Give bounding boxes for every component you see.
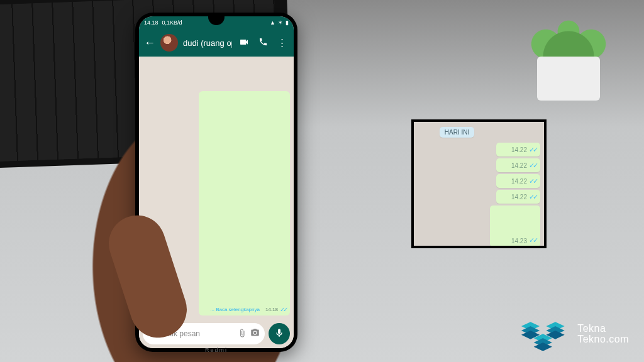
list-item: 14.22 ✓✓ xyxy=(496,174,540,188)
status-time: 14.18 xyxy=(144,19,158,26)
watermark-line1: Tekna xyxy=(577,324,629,334)
read-receipt-icon: ✓✓ xyxy=(529,236,536,244)
read-receipt-icon: ✓✓ xyxy=(529,146,536,154)
back-icon[interactable]: ← xyxy=(144,36,155,50)
inset-panel: HARI INI 14.22 ✓✓ 14.22 ✓✓ 14.22 ✓✓ 14.2… xyxy=(411,119,547,248)
message-bubble-outgoing[interactable]: ... Baca selengkapnya 14.18 ✓✓ xyxy=(199,91,290,315)
more-icon[interactable]: ⋮ xyxy=(275,37,289,48)
message-time: 14.22 xyxy=(511,178,527,185)
watermark-text: Tekna Tekno.com xyxy=(577,324,629,345)
watermark-logo: Tekna Tekno.com xyxy=(517,318,629,351)
watermark-line2: Tekno.com xyxy=(577,334,629,345)
voice-call-icon[interactable] xyxy=(256,37,270,48)
video-call-icon[interactable] xyxy=(237,37,251,49)
contact-name[interactable]: dudi (ruang oprek) xyxy=(183,38,232,48)
wifi-icon: ✶ xyxy=(278,19,283,26)
camera-icon[interactable] xyxy=(250,328,260,339)
phone-brand-label: Redmi xyxy=(135,347,297,353)
plant-prop xyxy=(518,6,619,101)
read-receipt-icon: ✓✓ xyxy=(529,193,536,201)
list-item: 14.22 ✓✓ xyxy=(496,143,540,156)
message-time: 14.22 xyxy=(511,146,527,153)
attach-icon[interactable] xyxy=(238,329,247,339)
read-receipt-icon: ✓✓ xyxy=(280,306,286,313)
date-separator: HARI INI xyxy=(440,127,474,138)
list-item: 14.22 ✓✓ xyxy=(496,190,540,204)
logo-icon xyxy=(517,318,571,351)
chat-header: ← dudi (ruang oprek) ⋮ xyxy=(139,29,294,57)
message-time: 14.23 xyxy=(511,238,527,244)
message-time: 14.18 xyxy=(265,307,278,312)
mic-button[interactable] xyxy=(269,323,290,344)
plant-pot xyxy=(537,57,600,101)
list-item: 14.23 ✓✓ xyxy=(490,206,540,247)
status-netspeed: 0,1KB/d xyxy=(162,19,182,26)
battery-icon: ▮ xyxy=(286,19,289,26)
avatar[interactable] xyxy=(160,34,178,52)
signal-icon: ▲ xyxy=(270,19,275,26)
message-time: 14.22 xyxy=(511,194,527,200)
read-more-link[interactable]: ... Baca selengkapnya xyxy=(210,307,260,312)
read-receipt-icon: ✓✓ xyxy=(529,162,536,170)
inset-message-list: 14.22 ✓✓ 14.22 ✓✓ 14.22 ✓✓ 14.22 ✓✓ 14.2… xyxy=(414,143,544,248)
read-receipt-icon: ✓✓ xyxy=(529,177,536,185)
list-item: 14.22 ✓✓ xyxy=(496,158,540,172)
message-time: 14.22 xyxy=(511,162,527,169)
